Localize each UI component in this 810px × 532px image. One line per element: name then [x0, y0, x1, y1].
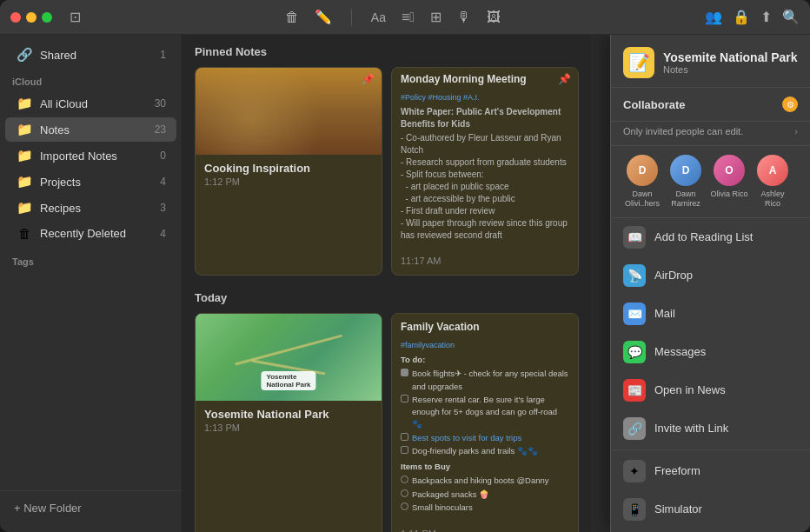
simulator-icon: 📱	[623, 498, 646, 521]
minimize-button[interactable]	[26, 12, 37, 23]
meeting-card-title: Monday Morning Meeting	[401, 73, 527, 85]
sidebar-item-shared-count: 1	[160, 49, 166, 61]
chevron-right-icon: ›	[794, 126, 798, 136]
sidebar-all-icloud-label: All iCloud	[40, 97, 148, 110]
app-window: ⊡ 🗑 ✏️ Aa ≡⃝ ⊞ 🎙 🖼 👥 🔒 ⬆ 🔍 🔗 Shared	[0, 0, 810, 532]
lock-icon[interactable]: 🔒	[733, 9, 750, 25]
sidebar-bottom: + New Folder	[0, 490, 182, 525]
yosemite-card-time: 1:13 PM	[204, 422, 373, 433]
yosemite-card-body: Yosemite National Park 1:13 PM	[196, 401, 382, 442]
sidebar-item-shared[interactable]: 🔗 Shared 1	[5, 43, 176, 67]
sidebar-projects-count: 4	[160, 176, 166, 188]
sidebar-item-notes[interactable]: 📁 Notes 23	[5, 117, 176, 142]
share-icon[interactable]: ⬆	[760, 9, 772, 25]
note-card-meeting[interactable]: 📌 Monday Morning Meeting #Policy #Housin…	[391, 67, 579, 276]
new-folder-button[interactable]: + New Folder	[9, 498, 173, 518]
sidebar-item-recipes[interactable]: 📁 Recipes 3	[5, 196, 176, 220]
sidebar-item-all-icloud[interactable]: 📁 All iCloud 30	[5, 91, 176, 116]
yosemite-map: YosemiteNational Park	[196, 314, 382, 401]
sidebar-projects-label: Projects	[40, 176, 153, 189]
news-label: Open in News	[654, 383, 726, 396]
list-icon[interactable]: ≡⃝	[402, 10, 415, 25]
recipes-icon: 📁	[16, 200, 33, 216]
delete-button[interactable]: 🗑	[285, 10, 299, 25]
cooking-card-body: Cooking Inspiration 1:12 PM	[196, 155, 382, 196]
family-card-time: 1:11 PM	[401, 529, 569, 532]
main-area: 🔗 Shared 1 iCloud 📁 All iCloud 30 📁 Note…	[0, 35, 810, 532]
avatars-row: D Dawn Olivi..hers D Dawn Ramirez O	[611, 146, 810, 218]
share-menu-list: 📖 Add to Reading List 📡 AirDrop ✉️ Mail …	[611, 218, 810, 532]
right-panel: 📝 Yosemite National Park Notes Collabora…	[591, 35, 810, 532]
airdrop-label: AirDrop	[654, 269, 693, 282]
note-card-yosemite[interactable]: YosemiteNational Park Yosemite National …	[195, 313, 382, 532]
media-icon[interactable]: 🖼	[487, 10, 501, 25]
note-card-cooking[interactable]: 📌 Cooking Inspiration 1:12 PM	[195, 67, 382, 276]
share-menu-reading-list[interactable]: 📖 Add to Reading List	[611, 218, 810, 256]
share-menu-freeform[interactable]: ✦ Freeform	[611, 452, 810, 490]
traffic-lights	[10, 12, 52, 23]
meeting-preview-header: Monday Morning Meeting	[392, 68, 578, 85]
avatar-name-dawn-r: Dawn Ramirez	[667, 190, 705, 209]
sidebar-toggle-icon[interactable]: ⊡	[70, 9, 81, 25]
search-icon[interactable]: 🔍	[782, 9, 800, 25]
collaborate-permission: Only invited people can edit.	[623, 126, 743, 136]
menu-divider-1	[611, 449, 810, 450]
meeting-text-preview: #Policy #Housing #A.I. White Paper: Publ…	[392, 85, 578, 249]
collaborate-sub[interactable]: Only invited people can edit. ›	[611, 122, 810, 146]
compose-button[interactable]: ✏️	[315, 9, 332, 25]
share-popup-header: 📝 Yosemite National Park Notes	[611, 35, 810, 88]
meeting-pin-icon: 📌	[558, 73, 571, 85]
messages-icon: 💬	[623, 341, 646, 363]
invite-link-icon: 🔗	[623, 417, 646, 440]
sidebar-item-shared-label: Shared	[40, 49, 153, 62]
share-menu-simulator[interactable]: 📱 Simulator	[611, 490, 810, 529]
new-folder-label: + New Folder	[14, 502, 82, 515]
audio-icon[interactable]: 🎙	[457, 10, 471, 25]
cooking-card-title: Cooking Inspiration	[204, 162, 373, 175]
shared-icon: 🔗	[16, 47, 33, 63]
meeting-preview-content: #Policy #Housing #A.I. White Paper: Publ…	[401, 92, 569, 242]
share-menu-news[interactable]: 📰 Open in News	[611, 371, 810, 409]
cooking-card-image	[196, 68, 382, 155]
font-icon[interactable]: Aa	[371, 10, 386, 24]
simulator-label: Simulator	[654, 502, 702, 515]
note-card-family[interactable]: Family Vacation #familyvacation To do: B…	[391, 313, 579, 532]
share-popup: 📝 Yosemite National Park Notes Collabora…	[610, 35, 810, 532]
sidebar-recipes-label: Recipes	[40, 202, 153, 215]
pinned-notes-grid: 📌 Cooking Inspiration 1:12 PM 📌 Monday	[195, 67, 579, 276]
notes-content: Pinned Notes 📌 Cooking Inspiration 1:12	[183, 35, 591, 532]
close-button[interactable]	[10, 12, 21, 23]
people-icon[interactable]: 👥	[705, 9, 722, 25]
share-menu-reminders[interactable]: 🔔 Reminders	[611, 529, 810, 532]
cooking-card-inner: 📌	[196, 68, 382, 155]
collaborate-badge: ⚙	[782, 96, 798, 112]
share-menu-mail[interactable]: ✉️ Mail	[611, 295, 810, 333]
share-menu-messages[interactable]: 💬 Messages	[611, 333, 810, 371]
share-menu-invite-link[interactable]: 🔗 Invite with Link	[611, 409, 810, 448]
tags-section-label: Tags	[0, 246, 182, 270]
sidebar-item-imported-notes[interactable]: 📁 Imported Notes 0	[5, 143, 176, 168]
family-card-body: #familyvacation To do: Book flights✈ - c…	[392, 333, 578, 522]
avatar-olivia[interactable]: O Olivia Rico	[710, 155, 748, 199]
sidebar: 🔗 Shared 1 iCloud 📁 All iCloud 30 📁 Note…	[0, 35, 183, 532]
icloud-section-label: iCloud	[0, 68, 182, 90]
meeting-card-inner: 📌 Monday Morning Meeting #Policy #Housin…	[392, 68, 578, 249]
news-icon: 📰	[623, 379, 646, 402]
table-icon[interactable]: ⊞	[430, 9, 442, 25]
share-menu-airdrop[interactable]: 📡 AirDrop	[611, 256, 810, 295]
sidebar-all-icloud-count: 30	[155, 97, 166, 110]
mail-icon: ✉️	[623, 303, 646, 325]
sidebar-item-recently-deleted[interactable]: 🗑 Recently Deleted 4	[5, 222, 176, 245]
share-note-title: Yosemite National Park	[663, 50, 798, 65]
collaborate-row[interactable]: Collaborate ⚙	[611, 88, 810, 122]
yosemite-map-inner: YosemiteNational Park	[196, 314, 382, 401]
sidebar-item-projects[interactable]: 📁 Projects 4	[5, 170, 176, 194]
avatar-dawn-o[interactable]: D Dawn Olivi..hers	[623, 155, 661, 209]
maximize-button[interactable]	[42, 12, 52, 23]
avatar-ashley[interactable]: A Ashley Rico	[754, 155, 792, 209]
avatar-name-ashley: Ashley Rico	[754, 190, 792, 209]
today-section-title: Today	[195, 291, 579, 304]
avatar-name-olivia: Olivia Rico	[710, 190, 747, 199]
recently-deleted-icon: 🗑	[16, 226, 33, 241]
avatar-dawn-r[interactable]: D Dawn Ramirez	[667, 155, 705, 209]
